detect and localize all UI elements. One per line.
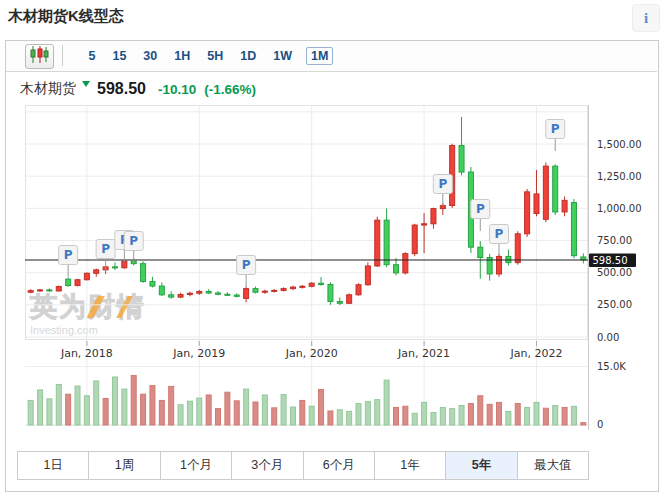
svg-text:598.50: 598.50 <box>593 255 628 266</box>
candle <box>56 287 61 291</box>
candle <box>459 146 464 173</box>
down-arrow-icon <box>82 81 90 87</box>
svg-text:P: P <box>129 234 138 248</box>
range-max[interactable]: 最大值 <box>518 452 588 479</box>
candle <box>534 194 539 214</box>
chart-toolbar: 5 15 30 1H 5H 1D 1W 1M <box>6 41 657 72</box>
candle <box>525 192 530 234</box>
range-1month[interactable]: 1个月 <box>161 452 232 479</box>
interval-list: 5 15 30 1H 5H 1D 1W 1M <box>80 41 339 71</box>
pattern-marker[interactable]: P <box>237 256 256 288</box>
candle <box>94 270 99 273</box>
svg-text:15.0K: 15.0K <box>597 361 626 372</box>
svg-text:Jan, 2020: Jan, 2020 <box>285 347 338 360</box>
candle <box>47 290 52 291</box>
interval-1w[interactable]: 1W <box>270 47 295 65</box>
range-3months[interactable]: 3个月 <box>232 452 303 479</box>
toolbar-divider <box>62 45 63 66</box>
svg-text:P: P <box>101 242 110 256</box>
svg-text:Jan, 2021: Jan, 2021 <box>397 347 450 360</box>
interval-1d[interactable]: 1D <box>237 47 259 65</box>
candle <box>347 295 352 303</box>
candle <box>66 279 71 285</box>
svg-text:P: P <box>64 248 73 262</box>
quote-header: 木材期货 598.50 -10.10 (-1.66%) <box>20 76 264 102</box>
svg-text:Jan, 2022: Jan, 2022 <box>510 347 563 360</box>
interval-1h[interactable]: 1H <box>171 47 193 65</box>
pattern-marker[interactable]: P <box>490 225 509 257</box>
candle <box>272 290 277 291</box>
candle <box>84 273 89 279</box>
range-1week[interactable]: 1周 <box>89 452 160 479</box>
candle <box>150 281 155 286</box>
candle <box>197 291 202 293</box>
candle <box>253 289 258 293</box>
candle <box>571 203 576 256</box>
candle <box>262 291 267 292</box>
interval-30[interactable]: 30 <box>140 47 160 65</box>
candle <box>300 286 305 287</box>
svg-text:0: 0 <box>597 419 603 430</box>
pattern-marker[interactable]: P <box>96 240 115 272</box>
range-1year[interactable]: 1年 <box>375 452 446 479</box>
candle <box>422 224 427 225</box>
svg-text:P: P <box>438 177 447 191</box>
candle <box>365 266 370 285</box>
candle <box>281 289 286 291</box>
candle <box>375 220 380 266</box>
candle <box>328 285 333 302</box>
pattern-marker[interactable]: P <box>546 120 565 152</box>
svg-text:1,250.00: 1,250.00 <box>597 171 642 182</box>
price-change: -10.10 <box>158 82 196 97</box>
chart-type-button[interactable] <box>25 44 54 69</box>
interval-5h[interactable]: 5H <box>204 47 226 65</box>
svg-text:500.00: 500.00 <box>597 267 632 278</box>
candle <box>187 293 192 294</box>
candle <box>337 301 342 303</box>
candle <box>38 290 43 291</box>
candle <box>216 293 221 294</box>
candle <box>309 283 314 286</box>
current-price-tag: 598.50 <box>589 254 636 268</box>
candle <box>553 166 558 212</box>
last-price: 598.50 <box>97 80 146 98</box>
svg-text:P: P <box>495 227 504 241</box>
candle <box>244 289 249 299</box>
info-icon: i <box>644 10 648 26</box>
candle <box>515 234 520 263</box>
candle <box>178 295 183 298</box>
range-6months[interactable]: 6个月 <box>304 452 375 479</box>
candlestick-icon <box>29 45 50 64</box>
price-chart[interactable]: 598.50PPPPPPPPP1,500.001,250.001,000.007… <box>0 100 665 435</box>
candle <box>384 220 389 265</box>
svg-text:750.00: 750.00 <box>597 235 632 246</box>
page-title: 木材期货K线型态 <box>8 7 124 26</box>
range-1day[interactable]: 1日 <box>18 452 89 479</box>
candle <box>319 283 324 284</box>
candle <box>356 285 361 295</box>
svg-text:1,500.00: 1,500.00 <box>597 139 642 150</box>
interval-1m-selected[interactable]: 1M <box>306 47 333 65</box>
candle <box>290 287 295 289</box>
svg-text:250.00: 250.00 <box>597 299 632 310</box>
info-button[interactable]: i <box>632 4 660 32</box>
interval-15[interactable]: 15 <box>109 47 129 65</box>
candle <box>431 209 436 224</box>
candle <box>234 295 239 296</box>
interval-5[interactable]: 5 <box>86 47 99 65</box>
candle <box>141 264 146 282</box>
candle <box>75 280 80 286</box>
candle <box>412 225 417 254</box>
candle <box>159 286 164 295</box>
range-selector: 1日 1周 1个月 3个月 6个月 1年 5年 最大值 <box>17 451 589 480</box>
candle <box>112 267 117 268</box>
pattern-marker[interactable]: P <box>124 232 143 264</box>
candle <box>562 200 567 212</box>
candle <box>122 261 127 268</box>
candle <box>478 247 483 257</box>
candle <box>28 291 33 293</box>
price-change-percent: (-1.66%) <box>204 82 256 97</box>
svg-text:Jan, 2019: Jan, 2019 <box>172 347 225 360</box>
candle <box>225 294 230 295</box>
range-5years-selected[interactable]: 5年 <box>446 452 517 479</box>
